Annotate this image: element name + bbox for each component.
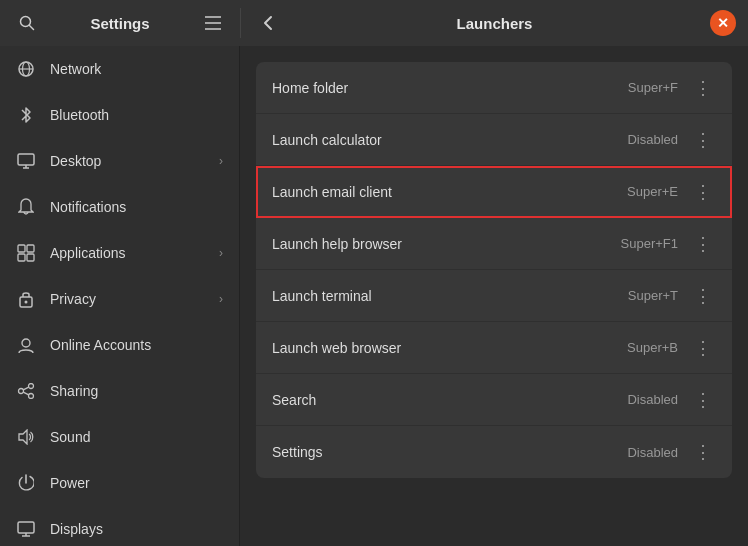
svg-marker-23	[19, 430, 27, 444]
launcher-name-launch-email-client: Launch email client	[272, 184, 627, 200]
titlebar-right: Launchers ✕	[241, 15, 748, 32]
launcher-item-launch-email-client[interactable]: Launch email client Super+E ⋮	[256, 166, 732, 218]
launcher-item-settings[interactable]: Settings Disabled ⋮	[256, 426, 732, 478]
launcher-item-launch-help-browser[interactable]: Launch help browser Super+F1 ⋮	[256, 218, 732, 270]
close-icon: ✕	[717, 15, 729, 31]
launcher-shortcut-launch-help-browser: Super+F1	[621, 236, 678, 251]
sidebar-item-desktop[interactable]: Desktop ›	[0, 138, 239, 184]
panel-title: Launchers	[457, 15, 533, 32]
sidebar-label-online-accounts: Online Accounts	[50, 337, 223, 353]
svg-point-18	[29, 384, 34, 389]
launcher-list: Home folder Super+F ⋮ Launch calculator …	[256, 62, 732, 478]
launcher-menu-launch-help-browser[interactable]: ⋮	[690, 229, 716, 259]
launcher-menu-launch-calculator[interactable]: ⋮	[690, 125, 716, 155]
privacy-icon	[16, 289, 36, 309]
displays-icon	[16, 519, 36, 539]
sidebar-item-bluetooth[interactable]: Bluetooth	[0, 92, 239, 138]
launcher-shortcut-launch-calculator: Disabled	[627, 132, 678, 147]
launcher-menu-home-folder[interactable]: ⋮	[690, 73, 716, 103]
content-area: Network Bluetooth Desktop › Notification…	[0, 46, 748, 546]
launcher-shortcut-launch-terminal: Super+T	[628, 288, 678, 303]
launcher-shortcut-launch-email-client: Super+E	[627, 184, 678, 199]
sidebar-label-privacy: Privacy	[50, 291, 205, 307]
power-icon	[16, 473, 36, 493]
settings-title: Settings	[54, 15, 186, 32]
launcher-item-home-folder[interactable]: Home folder Super+F ⋮	[256, 62, 732, 114]
svg-rect-13	[18, 254, 25, 261]
close-button[interactable]: ✕	[710, 10, 736, 36]
sidebar-item-notifications[interactable]: Notifications	[0, 184, 239, 230]
svg-rect-12	[27, 245, 34, 252]
sidebar-label-desktop: Desktop	[50, 153, 205, 169]
sidebar-item-online-accounts[interactable]: Online Accounts	[0, 322, 239, 368]
svg-point-16	[25, 301, 28, 304]
sidebar-item-applications[interactable]: Applications ›	[0, 230, 239, 276]
sidebar-label-applications: Applications	[50, 245, 205, 261]
sound-icon	[16, 427, 36, 447]
launcher-item-launch-web-browser[interactable]: Launch web browser Super+B ⋮	[256, 322, 732, 374]
chevron-icon-privacy: ›	[219, 292, 223, 306]
main-panel: Home folder Super+F ⋮ Launch calculator …	[240, 46, 748, 546]
hamburger-icon	[205, 16, 221, 30]
launcher-name-home-folder: Home folder	[272, 80, 628, 96]
svg-line-21	[23, 387, 28, 390]
launcher-name-launch-calculator: Launch calculator	[272, 132, 627, 148]
applications-icon	[16, 243, 36, 263]
notifications-icon	[16, 197, 36, 217]
svg-rect-11	[18, 245, 25, 252]
launcher-name-launch-terminal: Launch terminal	[272, 288, 628, 304]
launcher-menu-search[interactable]: ⋮	[690, 385, 716, 415]
hamburger-button[interactable]	[198, 8, 228, 38]
launcher-name-launch-web-browser: Launch web browser	[272, 340, 627, 356]
launcher-name-settings: Settings	[272, 444, 627, 460]
launcher-menu-launch-terminal[interactable]: ⋮	[690, 281, 716, 311]
sidebar-item-sharing[interactable]: Sharing	[0, 368, 239, 414]
sidebar-item-power[interactable]: Power	[0, 460, 239, 506]
launcher-item-launch-terminal[interactable]: Launch terminal Super+T ⋮	[256, 270, 732, 322]
launcher-shortcut-launch-web-browser: Super+B	[627, 340, 678, 355]
svg-line-1	[30, 26, 34, 30]
sidebar-item-network[interactable]: Network	[0, 46, 239, 92]
network-icon	[16, 59, 36, 79]
settings-window: Settings Launchers ✕	[0, 0, 748, 546]
sidebar-label-power: Power	[50, 475, 223, 491]
svg-point-20	[19, 389, 24, 394]
launcher-menu-launch-email-client[interactable]: ⋮	[690, 177, 716, 207]
chevron-icon-desktop: ›	[219, 154, 223, 168]
launcher-menu-settings[interactable]: ⋮	[690, 437, 716, 467]
launcher-name-launch-help-browser: Launch help browser	[272, 236, 621, 252]
svg-point-19	[29, 394, 34, 399]
sharing-icon	[16, 381, 36, 401]
launcher-item-launch-calculator[interactable]: Launch calculator Disabled ⋮	[256, 114, 732, 166]
svg-rect-8	[18, 154, 34, 165]
online-accounts-icon	[16, 335, 36, 355]
sidebar-label-network: Network	[50, 61, 223, 77]
sidebar-label-bluetooth: Bluetooth	[50, 107, 223, 123]
launcher-shortcut-home-folder: Super+F	[628, 80, 678, 95]
sidebar: Network Bluetooth Desktop › Notification…	[0, 46, 240, 546]
chevron-icon-applications: ›	[219, 246, 223, 260]
sidebar-item-privacy[interactable]: Privacy ›	[0, 276, 239, 322]
launcher-shortcut-settings: Disabled	[627, 445, 678, 460]
svg-rect-24	[18, 522, 34, 533]
launcher-name-search: Search	[272, 392, 627, 408]
svg-rect-14	[27, 254, 34, 261]
sidebar-item-displays[interactable]: Displays	[0, 506, 239, 546]
search-icon	[19, 15, 35, 31]
sidebar-label-sound: Sound	[50, 429, 223, 445]
sidebar-label-notifications: Notifications	[50, 199, 223, 215]
svg-point-17	[22, 339, 30, 347]
sidebar-label-displays: Displays	[50, 521, 223, 537]
sidebar-label-sharing: Sharing	[50, 383, 223, 399]
back-icon	[263, 15, 273, 31]
desktop-icon	[16, 151, 36, 171]
titlebar-left: Settings	[0, 8, 240, 38]
launcher-shortcut-search: Disabled	[627, 392, 678, 407]
bluetooth-icon	[16, 105, 36, 125]
back-button[interactable]	[253, 8, 283, 38]
launcher-item-search[interactable]: Search Disabled ⋮	[256, 374, 732, 426]
launcher-menu-launch-web-browser[interactable]: ⋮	[690, 333, 716, 363]
svg-line-22	[23, 392, 28, 395]
sidebar-item-sound[interactable]: Sound	[0, 414, 239, 460]
search-button[interactable]	[12, 8, 42, 38]
